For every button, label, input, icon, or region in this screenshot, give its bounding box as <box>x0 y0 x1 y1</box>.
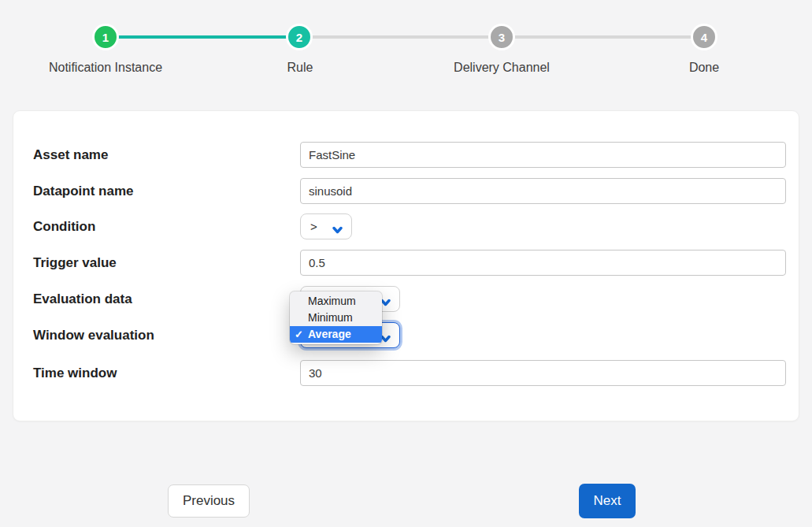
stepper-connector-1-2 <box>106 35 300 39</box>
time-window-label: Time window <box>33 360 117 386</box>
stepper-connector-2-3 <box>300 35 502 39</box>
window-evaluation-label: Window evaluation <box>33 322 154 348</box>
step-circle-2[interactable]: 2 <box>286 24 313 50</box>
step-label-notification-instance: Notification Instance <box>49 61 162 75</box>
step-label-rule: Rule <box>287 61 313 75</box>
step-label-delivery-channel: Delivery Channel <box>454 61 550 75</box>
wizard-screen: 1 2 3 4 Notification Instance Rule Deliv… <box>0 0 812 527</box>
step-label-done: Done <box>689 61 719 75</box>
menu-option-maximum[interactable]: Maximum <box>290 293 382 310</box>
datapoint-name-label: Datapoint name <box>33 178 134 204</box>
rule-form-card: Asset name Datapoint name Condition > Tr… <box>13 110 799 421</box>
condition-label: Condition <box>33 213 95 239</box>
menu-option-average[interactable]: ✓ Average <box>290 326 382 343</box>
menu-option-minimum[interactable]: Minimum <box>290 310 382 326</box>
asset-name-input[interactable] <box>300 142 786 168</box>
trigger-value-input[interactable] <box>300 250 786 276</box>
step-circle-3[interactable]: 3 <box>488 24 515 50</box>
evaluation-data-label: Evaluation data <box>33 286 132 312</box>
next-button[interactable]: Next <box>579 484 636 518</box>
condition-select-value: > <box>310 220 317 233</box>
stepper-connector-3-4 <box>502 35 704 39</box>
previous-button[interactable]: Previous <box>168 484 250 518</box>
condition-select[interactable]: > <box>300 213 352 239</box>
step-circle-4[interactable]: 4 <box>691 24 717 50</box>
chevron-down-icon <box>332 223 343 237</box>
asset-name-label: Asset name <box>33 142 108 168</box>
step-circle-1[interactable]: 1 <box>92 24 119 50</box>
menu-option-average-label: Average <box>308 328 351 340</box>
checkmark-icon: ✓ <box>295 326 303 343</box>
datapoint-name-input[interactable] <box>300 178 786 204</box>
select-dropdown-menu: Maximum Minimum ✓ Average <box>290 291 382 344</box>
trigger-value-label: Trigger value <box>33 250 117 276</box>
time-window-input[interactable] <box>300 360 786 386</box>
